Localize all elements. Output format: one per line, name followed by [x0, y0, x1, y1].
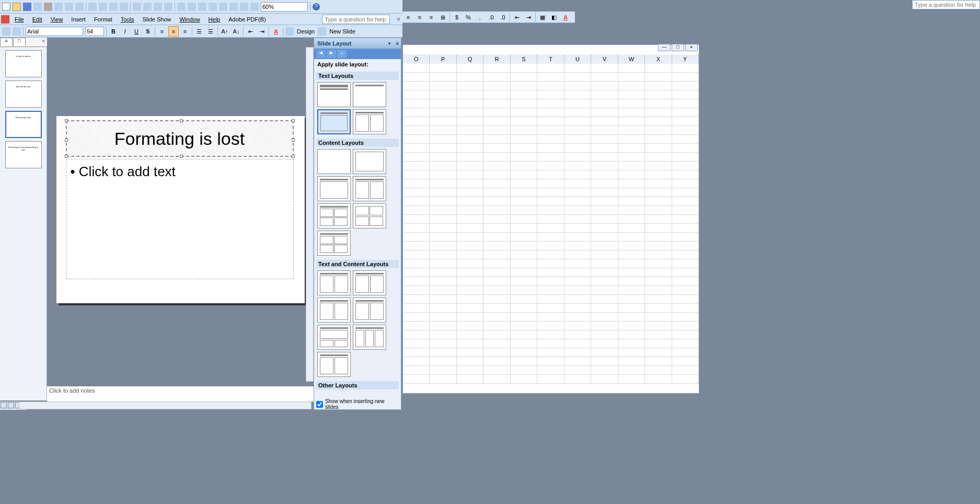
- cell[interactable]: [591, 135, 618, 144]
- cell[interactable]: [511, 64, 537, 73]
- cell[interactable]: [430, 233, 456, 242]
- cell[interactable]: [430, 339, 456, 348]
- cell[interactable]: [457, 126, 483, 135]
- cell[interactable]: [672, 162, 699, 170]
- zoom-combo[interactable]: [261, 2, 308, 12]
- open-icon[interactable]: [13, 3, 21, 11]
- cell[interactable]: [645, 304, 672, 313]
- cell[interactable]: [564, 135, 591, 144]
- layout-text-content-4[interactable]: [353, 297, 386, 323]
- cell[interactable]: [403, 162, 430, 170]
- cell[interactable]: [645, 233, 672, 242]
- cell[interactable]: [537, 170, 564, 179]
- cell[interactable]: [537, 90, 564, 99]
- cell[interactable]: [457, 357, 483, 366]
- cell[interactable]: [618, 242, 645, 250]
- cell[interactable]: [672, 304, 699, 313]
- cell[interactable]: [537, 357, 564, 366]
- underline-button[interactable]: U: [131, 26, 142, 37]
- cell[interactable]: [403, 348, 430, 357]
- cell[interactable]: [564, 179, 591, 188]
- column-header-R[interactable]: R: [483, 54, 510, 64]
- cell[interactable]: [672, 295, 699, 304]
- cell[interactable]: [457, 339, 483, 348]
- cell[interactable]: [403, 135, 430, 144]
- cell[interactable]: [591, 179, 618, 188]
- cell[interactable]: [591, 357, 618, 366]
- cell[interactable]: [645, 82, 672, 90]
- menu-format[interactable]: Format: [90, 15, 117, 24]
- cell[interactable]: [537, 259, 564, 268]
- cell[interactable]: [430, 322, 456, 330]
- new-slide-icon[interactable]: [318, 27, 326, 36]
- cell[interactable]: [672, 330, 699, 339]
- cell[interactable]: [403, 126, 430, 135]
- cell[interactable]: [457, 304, 483, 313]
- cell[interactable]: [537, 242, 564, 250]
- cell[interactable]: [483, 277, 510, 286]
- cell[interactable]: [537, 286, 564, 295]
- cell[interactable]: [430, 90, 456, 99]
- menu-insert[interactable]: Insert: [67, 15, 90, 24]
- cell[interactable]: [430, 250, 456, 259]
- cell[interactable]: [511, 233, 537, 242]
- cell[interactable]: [591, 215, 618, 224]
- cell[interactable]: [403, 224, 430, 233]
- cell[interactable]: [645, 197, 672, 206]
- menu-edit[interactable]: Edit: [28, 15, 47, 24]
- cell[interactable]: [618, 286, 645, 295]
- column-header-W[interactable]: W: [618, 54, 645, 64]
- cell[interactable]: [672, 73, 699, 82]
- cell[interactable]: [672, 348, 699, 357]
- cell[interactable]: [645, 206, 672, 215]
- cell[interactable]: [483, 135, 510, 144]
- cell[interactable]: [511, 375, 537, 384]
- cell[interactable]: [591, 206, 618, 215]
- numbered-list-button[interactable]: ☰: [194, 26, 204, 37]
- layout-text-content-5[interactable]: [317, 325, 351, 350]
- spreadsheet-grid[interactable]: OPQRSTUVWXY: [403, 54, 699, 389]
- cell[interactable]: [483, 250, 510, 259]
- cell[interactable]: [645, 117, 672, 126]
- cell[interactable]: [645, 73, 672, 82]
- cell[interactable]: [483, 153, 510, 162]
- cell[interactable]: [403, 339, 430, 348]
- cell[interactable]: [591, 188, 618, 197]
- cell[interactable]: [537, 73, 564, 82]
- decrease-indent-button[interactable]: ⇤: [512, 12, 522, 22]
- cell[interactable]: [618, 330, 645, 339]
- task-pane-close-icon[interactable]: ×: [396, 41, 399, 47]
- excel-help-input[interactable]: [912, 0, 980, 9]
- cell[interactable]: [537, 277, 564, 286]
- cell[interactable]: [591, 108, 618, 117]
- cell[interactable]: [511, 206, 537, 215]
- task-nav-home-icon[interactable]: ⌂: [337, 50, 347, 58]
- spelling-icon[interactable]: [65, 3, 73, 11]
- cell[interactable]: [430, 179, 456, 188]
- cell[interactable]: [403, 197, 430, 206]
- cell[interactable]: [618, 268, 645, 277]
- cell[interactable]: [430, 64, 456, 73]
- cell[interactable]: [591, 313, 618, 322]
- cell[interactable]: [564, 330, 591, 339]
- cell[interactable]: [430, 304, 456, 313]
- workbook-restore-button[interactable]: □: [672, 44, 684, 51]
- layout-title-2col-text[interactable]: [353, 109, 386, 134]
- cell[interactable]: [645, 268, 672, 277]
- cell[interactable]: [403, 259, 430, 268]
- slide-body-placeholder[interactable]: • Click to add text: [66, 159, 294, 279]
- cell[interactable]: [672, 339, 699, 348]
- cell[interactable]: [564, 188, 591, 197]
- cell[interactable]: [430, 242, 456, 250]
- cell[interactable]: [645, 295, 672, 304]
- chart-icon[interactable]: [177, 3, 186, 11]
- cell[interactable]: [591, 153, 618, 162]
- cell[interactable]: [672, 233, 699, 242]
- cell[interactable]: [537, 268, 564, 277]
- increase-font-button[interactable]: A↑: [220, 26, 230, 37]
- cell[interactable]: [457, 117, 483, 126]
- layout-4content[interactable]: [353, 203, 386, 228]
- cell[interactable]: [403, 206, 430, 215]
- cell[interactable]: [618, 339, 645, 348]
- cell[interactable]: [537, 64, 564, 73]
